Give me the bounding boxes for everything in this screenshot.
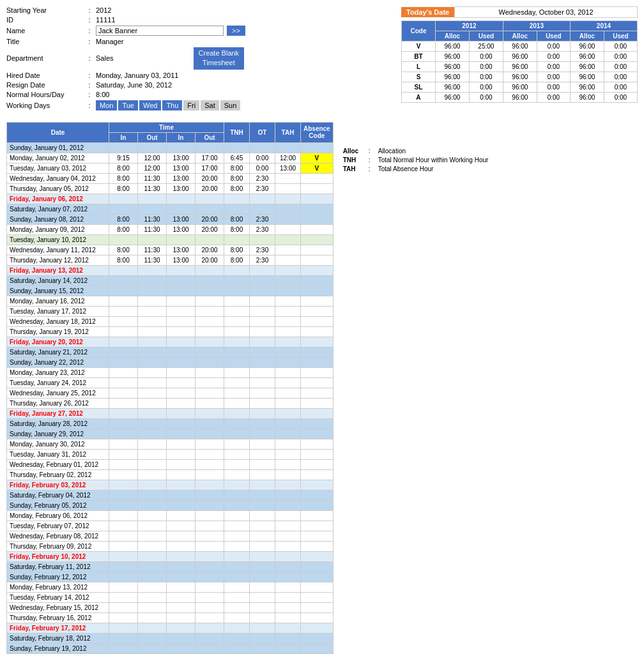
day-btn-sun[interactable]: Sun xyxy=(220,100,241,110)
cell-absence xyxy=(301,418,334,429)
cell-date: Tuesday, January 03, 2012 xyxy=(7,163,109,173)
cell-in1 xyxy=(109,377,138,388)
code-cell: 96:00 xyxy=(435,42,469,52)
cell-out1 xyxy=(138,142,167,153)
cell-in2: 13:00 xyxy=(167,153,195,163)
day-btn-sat[interactable]: Sat xyxy=(201,100,219,110)
cell-tah xyxy=(275,183,301,194)
cell-in1 xyxy=(109,194,138,204)
cell-in2 xyxy=(167,388,195,398)
resign-date-value: Saturday, June 30, 2012 xyxy=(96,81,172,89)
nav-button[interactable]: >> xyxy=(227,26,245,36)
cell-in2 xyxy=(167,602,195,612)
code-cell: 0:00 xyxy=(469,52,503,62)
normal-hours-value: 8:00 xyxy=(96,91,109,98)
table-row: Friday, February 17, 2012 xyxy=(7,623,334,633)
cell-out1 xyxy=(138,326,167,337)
cell-absence xyxy=(301,306,334,316)
cell-out2 xyxy=(195,469,224,480)
cell-date: Friday, January 13, 2012 xyxy=(7,265,109,275)
cell-ot: 2:30 xyxy=(250,183,275,194)
cell-out1 xyxy=(138,367,167,377)
name-input[interactable] xyxy=(96,26,224,36)
cell-tnh xyxy=(224,142,250,153)
cell-tnh xyxy=(224,602,250,612)
cell-in1: 8:00 xyxy=(109,163,138,173)
out1-header: Out xyxy=(138,132,167,142)
today-value: Wednesday, October 03, 2012 xyxy=(454,6,638,18)
hired-date-value: Monday, January 03, 2011 xyxy=(96,72,178,79)
cell-ot xyxy=(250,449,275,459)
cell-out2 xyxy=(195,592,224,602)
day-btn-wed[interactable]: Wed xyxy=(139,100,161,110)
cell-in2: 13:00 xyxy=(167,245,195,255)
cell-in1: 9:15 xyxy=(109,153,138,163)
code-cell: 96:00 xyxy=(435,93,469,103)
cell-out1 xyxy=(138,469,167,480)
cell-tnh xyxy=(224,285,250,296)
table-row: Sunday, January 15, 2012 xyxy=(7,285,334,296)
cell-out2 xyxy=(195,531,224,541)
cell-absence xyxy=(301,643,334,653)
code-cell: 0:00 xyxy=(604,62,637,72)
table-row: Monday, January 30, 2012 xyxy=(7,439,334,449)
cell-tah xyxy=(275,459,301,469)
cell-out2 xyxy=(195,142,224,153)
cell-out2 xyxy=(195,347,224,357)
day-btn-fri[interactable]: Fri xyxy=(183,100,199,110)
table-row: Tuesday, January 31, 2012 xyxy=(7,449,334,459)
cell-tah: 12:00 xyxy=(275,153,301,163)
cell-in2 xyxy=(167,194,195,204)
cell-out2 xyxy=(195,480,224,490)
code-cell: 96:00 xyxy=(435,52,469,62)
tah-legend-val: Total Absence Hour xyxy=(378,165,509,172)
create-blank-button[interactable]: Create Blank Timesheet xyxy=(194,47,245,70)
cell-out1 xyxy=(138,429,167,439)
cell-out2 xyxy=(195,582,224,592)
cell-in2: 13:00 xyxy=(167,183,195,194)
code-cell: 0:00 xyxy=(537,62,570,72)
cell-out2 xyxy=(195,572,224,582)
cell-date: Sunday, January 22, 2012 xyxy=(7,357,109,367)
cell-absence xyxy=(301,316,334,326)
cell-in1: 8:00 xyxy=(109,173,138,183)
cell-in1 xyxy=(109,326,138,337)
table-row: Tuesday, February 07, 2012 xyxy=(7,521,334,531)
table-row: Saturday, February 11, 2012 xyxy=(7,561,334,572)
table-row: Wednesday, February 01, 2012 xyxy=(7,459,334,469)
cell-date: Monday, February 13, 2012 xyxy=(7,582,109,592)
cell-absence xyxy=(301,408,334,418)
cell-tah xyxy=(275,204,301,214)
department-label: Department xyxy=(6,54,83,62)
day-btn-mon[interactable]: Mon xyxy=(96,100,117,110)
day-btn-tue[interactable]: Tue xyxy=(118,100,138,110)
cell-date: Wednesday, February 08, 2012 xyxy=(7,531,109,541)
cell-date: Friday, January 20, 2012 xyxy=(7,337,109,347)
code-cell: 96:00 xyxy=(503,82,537,93)
cell-out1 xyxy=(138,296,167,306)
cell-ot xyxy=(250,367,275,377)
cell-absence xyxy=(301,183,334,194)
cell-tah xyxy=(275,561,301,572)
cell-out1 xyxy=(138,357,167,367)
cell-date: Wednesday, January 04, 2012 xyxy=(7,173,109,183)
department-value: Sales xyxy=(96,54,114,62)
cell-absence xyxy=(301,623,334,633)
cell-ot xyxy=(250,602,275,612)
cell-tnh xyxy=(224,531,250,541)
cell-tah xyxy=(275,439,301,449)
day-btn-thu[interactable]: Thu xyxy=(162,100,182,110)
table-row: Thursday, February 02, 2012 xyxy=(7,469,334,480)
code-col-header: Code xyxy=(402,21,436,42)
cell-tah xyxy=(275,633,301,643)
cell-absence xyxy=(301,459,334,469)
cell-tnh xyxy=(224,326,250,337)
cell-absence xyxy=(301,204,334,214)
cell-tah xyxy=(275,388,301,398)
cell-date: Tuesday, February 07, 2012 xyxy=(7,521,109,531)
cell-tah xyxy=(275,643,301,653)
table-row: Sunday, January 01, 2012 xyxy=(7,142,334,153)
cell-tnh xyxy=(224,623,250,633)
cell-ot xyxy=(250,398,275,408)
code-cell: 0:00 xyxy=(469,62,503,72)
